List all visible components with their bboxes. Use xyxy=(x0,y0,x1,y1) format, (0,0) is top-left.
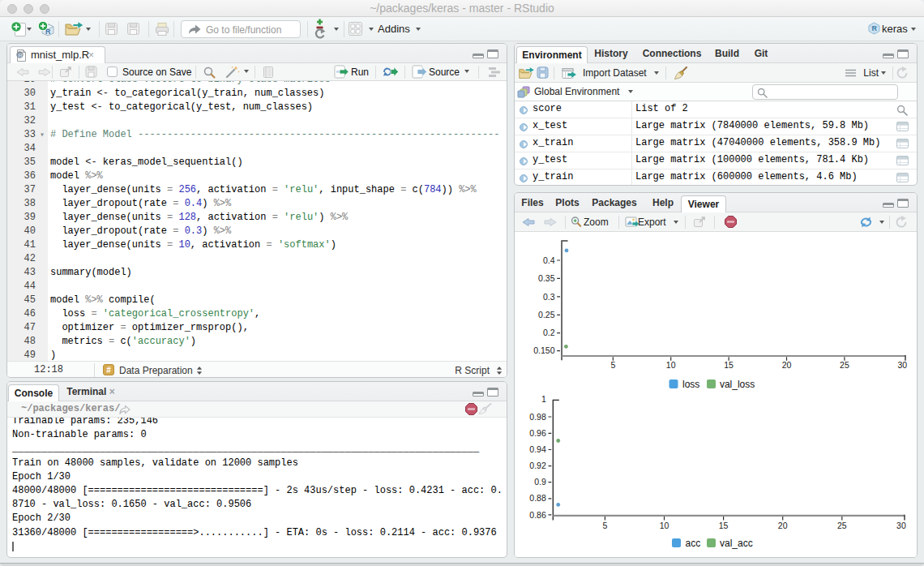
svg-text:20: 20 xyxy=(782,360,792,370)
svg-text:0.35: 0.35 xyxy=(538,273,555,283)
svg-text:val_acc: val_acc xyxy=(720,538,753,549)
svg-text:10: 10 xyxy=(666,360,676,370)
svg-text:30: 30 xyxy=(896,521,906,530)
svg-text:0.25: 0.25 xyxy=(538,310,555,319)
svg-text:0.3: 0.3 xyxy=(543,292,555,302)
svg-text:0.94: 0.94 xyxy=(529,444,546,454)
svg-text:0.86: 0.86 xyxy=(529,510,546,520)
svg-text:0.4: 0.4 xyxy=(543,255,555,265)
svg-text:0.96: 0.96 xyxy=(529,428,546,438)
svg-text:25: 25 xyxy=(837,521,847,530)
svg-text:val_loss: val_loss xyxy=(720,379,755,390)
svg-text:5: 5 xyxy=(610,360,615,370)
svg-text:0.88: 0.88 xyxy=(529,493,546,503)
svg-text:0.2: 0.2 xyxy=(543,328,555,337)
svg-text:25: 25 xyxy=(840,360,849,370)
svg-text:10: 10 xyxy=(660,521,669,530)
svg-text:acc: acc xyxy=(686,538,701,549)
svg-text:5: 5 xyxy=(602,521,607,530)
svg-text:R: R xyxy=(18,52,23,59)
svg-text:0.150: 0.150 xyxy=(533,345,554,355)
svg-text:15: 15 xyxy=(724,360,734,370)
svg-text:30: 30 xyxy=(897,360,907,370)
svg-text:R: R xyxy=(872,24,878,32)
svg-text:0.92: 0.92 xyxy=(529,461,546,470)
svg-text:loss: loss xyxy=(682,379,699,390)
svg-text:20: 20 xyxy=(778,521,788,530)
svg-text:1: 1 xyxy=(541,394,546,404)
svg-text:15: 15 xyxy=(719,521,729,530)
svg-text:0.98: 0.98 xyxy=(529,412,546,422)
svg-text:0.9: 0.9 xyxy=(534,477,546,487)
